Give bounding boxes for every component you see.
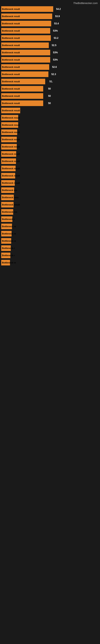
list-item: Bottleneck r <box>0 252 100 259</box>
bar-label: Bottleneck result <box>2 109 20 112</box>
list-item: Bottleneck resu <box>0 194 100 201</box>
list-item: Bottleneck res <box>0 208 100 216</box>
bar-value: 50 <box>48 102 51 105</box>
bar-label: Bottleneck result <box>2 174 20 177</box>
bar-label: Bottleneck result <box>2 95 20 97</box>
bar-label: Bottleneck result <box>2 88 20 90</box>
bar-value: 52.6 <box>52 66 57 68</box>
bar-value: 52.5 <box>52 44 56 47</box>
list-item: Bottleneck result53.4 <box>0 20 100 27</box>
list-item: Bottleneck result52.6 <box>0 64 100 71</box>
bar-value: 53.9 <box>55 15 60 18</box>
bar-label: Bottleneck re <box>2 262 16 264</box>
list-item: Bottleneck result <box>0 136 100 143</box>
list-item: Bottleneck result <box>0 165 100 172</box>
bar-label: Bottleneck result <box>2 44 20 46</box>
list-item: Bottleneck result <box>0 143 100 150</box>
list-item: Bottleneck r <box>0 216 100 223</box>
bar-label: Bottleneck result <box>2 116 20 119</box>
bar-label: Bottleneck result <box>2 8 20 10</box>
bar-label: Bottleneck result <box>2 204 20 206</box>
bar-label: Bottleneck result <box>2 124 20 126</box>
bar-label: Bottleneck result <box>2 15 20 18</box>
list-item: Bottleneck result <box>0 121 100 128</box>
list-item: Bottleneck result <box>0 150 100 158</box>
list-item: Bottleneck result <box>0 114 100 121</box>
bar-label: Bottleneck result <box>2 160 20 162</box>
list-item: Bottleneck result50 <box>0 85 100 92</box>
list-item: Bottleneck result <box>0 201 100 208</box>
bar-value: 50 <box>48 94 51 98</box>
bar-value: 53% <box>53 58 58 61</box>
list-item: Bottleneck result <box>0 172 100 179</box>
bar-value: 53% <box>53 30 58 32</box>
bar-label: Bottleneck resu <box>2 196 19 199</box>
list-item: Bottleneck result <box>0 107 100 114</box>
bar-label: Bottleneck result <box>2 138 20 141</box>
bar-value: 52.3 <box>51 73 56 76</box>
list-item: Bottleneck result54.2 <box>0 6 100 13</box>
bar-value: 50 <box>48 87 51 90</box>
bar-label: Bottleneck result <box>2 167 20 170</box>
bar-label: Bottleneck result <box>2 58 20 61</box>
list-item: Bottleneck result52.5 <box>0 42 100 49</box>
bar-value: 53.4 <box>54 22 59 25</box>
bar-label: Bottleneck r <box>2 247 15 249</box>
bar-value: 53.2 <box>54 37 58 40</box>
bar-label: Bottleneck result <box>2 66 20 68</box>
bar-label: Bottleneck result <box>2 153 20 155</box>
bar-value: 53% <box>53 51 58 54</box>
bar-value: 54.2 <box>56 8 61 10</box>
list-item: Bottleneck result <box>0 179 100 186</box>
bar-label: Bottleneck result <box>2 131 20 134</box>
bar-label: Bottleneck result <box>2 30 20 32</box>
bar-label: Bottleneck re <box>2 232 16 235</box>
list-item: Bottleneck result51. <box>0 78 100 85</box>
list-item: Bottleneck result50 <box>0 92 100 100</box>
bar-label: Bottleneck res <box>2 189 17 192</box>
list-item: Bottleneck result52.3 <box>0 71 100 78</box>
bars-list: Bottleneck result54.2Bottleneck result53… <box>0 6 100 266</box>
list-item: Bottleneck re <box>0 223 100 230</box>
bar-label: Bottleneck r <box>2 218 15 220</box>
bar-label: Bottleneck r <box>2 254 15 256</box>
list-item: Bottleneck result50 <box>0 100 100 107</box>
list-item: Bottleneck result <box>0 158 100 165</box>
bar-label: Bottleneck result <box>2 80 20 83</box>
bar-label: Bottleneck result <box>2 102 20 104</box>
list-item: Bottleneck re <box>0 237 100 244</box>
bar-label: Bottleneck result <box>2 37 20 39</box>
list-item: Bottleneck res <box>0 186 100 194</box>
bar-label: Bottleneck res <box>2 211 17 213</box>
list-item: Bottleneck result53.2 <box>0 34 100 42</box>
list-item: Bottleneck r <box>0 244 100 252</box>
bar-label: Bottleneck re <box>2 240 16 242</box>
bar-label: Bottleneck result <box>2 73 20 76</box>
bar-label: Bottleneck result <box>2 146 20 148</box>
list-item: Bottleneck re <box>0 259 100 266</box>
bar-label: Bottleneck result <box>2 51 20 54</box>
list-item: Bottleneck result53% <box>0 27 100 34</box>
list-item: Bottleneck result53% <box>0 56 100 64</box>
list-item: Bottleneck result53.9 <box>0 13 100 20</box>
bar-label: Bottleneck result <box>2 182 20 184</box>
list-item: Bottleneck result53% <box>0 49 100 56</box>
bar-value: 51. <box>50 80 53 83</box>
site-header: TheBottlenecker.com <box>0 0 100 6</box>
list-item: Bottleneck re <box>0 230 100 237</box>
bar-label: Bottleneck re <box>2 225 16 228</box>
list-item: Bottleneck result <box>0 128 100 136</box>
bar-label: Bottleneck result <box>2 22 20 25</box>
